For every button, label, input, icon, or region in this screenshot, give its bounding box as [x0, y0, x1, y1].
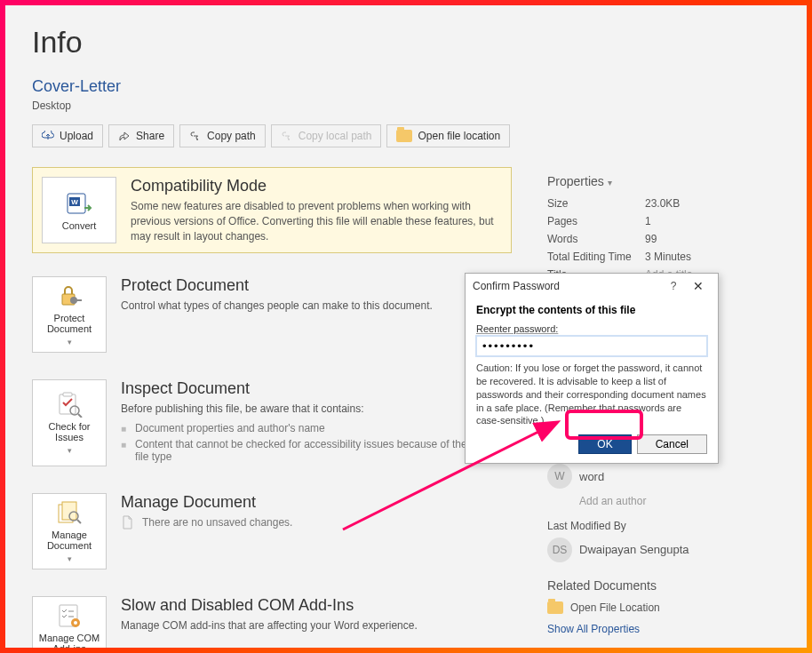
check-issues-tile[interactable]: Check for Issues ▾ [32, 379, 107, 466]
check-issues-tile-label: Check for Issues [36, 421, 102, 442]
author-person[interactable]: W word [547, 464, 780, 489]
com-addins-section: Manage COM Add-ins Slow and Disabled COM… [32, 596, 512, 648]
inspect-icon [54, 391, 84, 418]
avatar: W [547, 464, 572, 489]
svg-text:W: W [71, 198, 78, 206]
author-name: word [579, 470, 604, 483]
protect-desc: Control what types of changes people can… [121, 299, 512, 314]
bullet-icon: ■ [121, 440, 126, 463]
protect-tile-label: Protect Document [36, 313, 102, 334]
prop-pages: Pages1 [547, 215, 780, 227]
show-all-properties-link[interactable]: Show All Properties [547, 623, 780, 635]
inspect-heading: Inspect Document [121, 379, 512, 398]
convert-tile-label: Convert [62, 220, 97, 231]
svg-rect-7 [63, 393, 72, 396]
compatibility-section: W Convert Compatibility Mode Some new fe… [32, 167, 512, 253]
svg-point-14 [74, 621, 77, 625]
manage-tile-label: Manage Document [36, 530, 102, 551]
document-title: Cover-Letter [32, 77, 780, 96]
folder-icon [547, 601, 563, 614]
copy-local-path-button: Copy local path [271, 124, 382, 147]
checklist-gear-icon [54, 602, 84, 629]
share-label: Share [136, 130, 164, 142]
protect-section: Protect Document ▾ Protect Document Cont… [32, 276, 512, 353]
info-backstage-page: Info Cover-Letter Desktop Upload Share C… [5, 5, 807, 648]
no-changes-text: There are no unsaved changes. [142, 516, 292, 529]
info-toolbar: Upload Share Copy path Copy local path O… [32, 124, 780, 147]
manage-heading: Manage Document [121, 493, 512, 512]
dialog-caution-text: Caution: If you lose or forget the passw… [476, 362, 707, 427]
com-tile-label: Manage COM Add-ins [36, 633, 102, 648]
open-file-location-button[interactable]: Open file location [386, 124, 510, 147]
share-icon [118, 131, 131, 141]
dialog-heading: Encrypt the contents of this file [476, 304, 707, 316]
reenter-password-input[interactable] [476, 336, 707, 356]
convert-tile[interactable]: W Convert [42, 177, 116, 243]
help-button[interactable]: ? [661, 280, 686, 292]
share-button[interactable]: Share [108, 124, 174, 147]
svg-point-4 [70, 297, 77, 304]
document-icon [121, 515, 133, 530]
open-file-location-link[interactable]: Open File Location [547, 601, 780, 614]
upload-button[interactable]: Upload [32, 124, 103, 147]
prop-size: Size23.0KB [547, 197, 780, 210]
copy-path-label: Copy path [207, 130, 256, 142]
link-icon [189, 131, 202, 140]
properties-header[interactable]: Properties ▾ [547, 174, 780, 188]
copy-local-path-label: Copy local path [299, 130, 372, 142]
manage-document-tile[interactable]: Manage Document ▾ [32, 493, 107, 569]
manage-doc-icon [54, 499, 84, 526]
inspect-section: Check for Issues ▾ Inspect Document Befo… [32, 379, 512, 466]
copy-path-button[interactable]: Copy path [179, 124, 266, 147]
inspect-bullet-2: Content that cannot be checked for acces… [135, 438, 512, 463]
prop-lastmod: Last Modified By [547, 520, 780, 532]
prop-editing-time: Total Editing Time3 Minutes [547, 251, 780, 263]
add-author[interactable]: Add an author [579, 494, 780, 509]
close-button[interactable]: ✕ [686, 279, 711, 293]
dialog-title: Confirm Password [473, 280, 661, 292]
inspect-desc: Before publishing this file, be aware th… [121, 402, 512, 417]
manage-com-addins-tile[interactable]: Manage COM Add-ins [32, 596, 107, 648]
related-docs-header: Related Documents [547, 578, 780, 593]
ok-button[interactable]: OK [578, 434, 631, 454]
link-icon [281, 131, 293, 140]
protect-heading: Protect Document [121, 276, 512, 295]
com-heading: Slow and Disabled COM Add-Ins [121, 596, 512, 615]
compat-desc: Some new features are disabled to preven… [131, 199, 502, 243]
lock-icon [54, 283, 84, 309]
avatar: DS [547, 538, 572, 562]
bullet-icon: ■ [121, 424, 126, 434]
manage-document-section: Manage Document ▾ Manage Document There … [32, 493, 512, 569]
lastmod-name: Dwaipayan Sengupta [579, 543, 689, 556]
upload-label: Upload [60, 130, 93, 142]
compat-heading: Compatibility Mode [131, 177, 502, 195]
word-convert-icon: W [64, 190, 94, 217]
open-location-label: Open file location [418, 130, 500, 142]
cancel-button[interactable]: Cancel [637, 434, 707, 454]
page-title: Info [32, 25, 780, 60]
document-location: Desktop [32, 100, 780, 112]
chevron-down-icon: ▾ [608, 178, 612, 187]
inspect-bullet-1: Document properties and author's name [135, 422, 325, 434]
protect-document-tile[interactable]: Protect Document ▾ [32, 276, 107, 353]
com-desc: Manage COM add-ins that are affecting yo… [121, 618, 512, 633]
confirm-password-dialog: Confirm Password ? ✕ Encrypt the content… [465, 273, 719, 464]
folder-icon [396, 130, 412, 142]
cloud-upload-icon [42, 131, 54, 141]
reenter-password-label: Reenter password: [476, 323, 707, 334]
svg-rect-5 [76, 299, 82, 301]
prop-words: Words99 [547, 233, 780, 245]
lastmod-person[interactable]: DS Dwaipayan Sengupta [547, 538, 780, 562]
